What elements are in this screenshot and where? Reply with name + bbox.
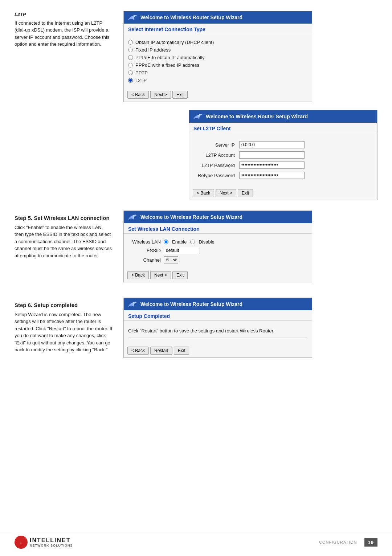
wizard-bird-icon-3 bbox=[127, 213, 138, 221]
step6-description: Step 6. Setup completed Setup Wizard is … bbox=[15, 298, 113, 353]
step5-desc: Click "Enable" to enable the wireless LA… bbox=[15, 224, 113, 259]
channel-select[interactable]: 12345 6789 10111213 bbox=[164, 256, 178, 263]
setup-back-button[interactable]: < Back bbox=[127, 347, 149, 355]
wlan-back-button[interactable]: < Back bbox=[127, 271, 149, 279]
wlan-buttons: < Back Next > Exit bbox=[124, 268, 312, 282]
setup-completed-header: Welcome to Wireless Router Setup Wizard bbox=[124, 298, 312, 310]
retype-password-label: Retype Password bbox=[193, 170, 237, 180]
server-ip-row: Server IP bbox=[193, 140, 373, 150]
setup-completed-wizard-title: Welcome to Wireless Router Setup Wizard bbox=[140, 301, 242, 307]
svg-text:i: i bbox=[20, 541, 22, 544]
essid-input[interactable] bbox=[164, 247, 200, 254]
l2tp-account-cell bbox=[237, 150, 373, 160]
radio-l2tp: L2TP bbox=[128, 77, 307, 84]
step6-row: Step 6. Setup completed Setup Wizard is … bbox=[15, 298, 377, 358]
wizard-bird-icon bbox=[127, 13, 138, 21]
l2tp-account-row: L2TP Account bbox=[193, 150, 373, 160]
step5-row: Step 5. Set Wireless LAN connection Clic… bbox=[15, 210, 377, 282]
server-ip-cell bbox=[237, 140, 373, 150]
radio-fixed-ip-input[interactable] bbox=[128, 48, 133, 52]
connection-type-buttons: < Back Next > Exit bbox=[124, 88, 312, 102]
connection-type-section-title: Select Internet Connection Type bbox=[124, 24, 312, 34]
l2tp-back-button[interactable]: < Back bbox=[193, 189, 214, 197]
page-footer: i INTELLINET NETWORK SOLUTIONS CONFIGURA… bbox=[0, 532, 392, 549]
retype-password-row: Retype Password bbox=[193, 170, 373, 180]
setup-completed-text: Click "Restart" button to save the setti… bbox=[128, 325, 307, 338]
wlan-disable-radio[interactable] bbox=[190, 240, 195, 244]
setup-exit-button[interactable]: Exit bbox=[174, 347, 189, 355]
wlan-next-button[interactable]: Next > bbox=[150, 271, 171, 279]
l2tp-text: If connected to the Internet using an L2… bbox=[15, 20, 113, 48]
wlan-enable-row: Wireless LAN Enable Disable bbox=[128, 238, 307, 246]
server-ip-input[interactable] bbox=[239, 141, 305, 148]
retype-password-input[interactable] bbox=[239, 172, 305, 179]
config-label: CONFIGURATION bbox=[319, 540, 357, 544]
radio-fixed-ip-label: Fixed IP address bbox=[135, 47, 171, 53]
l2tp-description-row: L2TP If connected to the Internet using … bbox=[15, 11, 377, 102]
radio-pppoe-fixed-label: PPPoE with a fixed IP address bbox=[135, 62, 199, 68]
connection-type-header: Welcome to Wireless Router Setup Wizard bbox=[124, 11, 312, 24]
setup-completed-section-title: Setup Completed bbox=[124, 310, 312, 321]
wizard-bird-icon-2 bbox=[193, 113, 203, 120]
radio-pptp: PPTP bbox=[128, 69, 307, 77]
setup-restart-button[interactable]: Restart bbox=[150, 347, 172, 355]
server-ip-label: Server IP bbox=[193, 140, 237, 150]
connection-next-button[interactable]: Next > bbox=[150, 91, 171, 99]
wlan-section-title: Set Wireless LAN Connection bbox=[124, 223, 312, 234]
essid-label: ESSID bbox=[128, 248, 161, 253]
step6-desc: Setup Wizard is now completed. The new s… bbox=[15, 311, 113, 353]
brand-sub: NETWORK SOLUTIONS bbox=[30, 544, 73, 547]
essid-row: ESSID bbox=[128, 246, 307, 255]
l2tp-client-panel: Welcome to Wireless Router Setup Wizard … bbox=[189, 110, 377, 200]
intellinet-logo: i INTELLINET NETWORK SOLUTIONS bbox=[15, 536, 73, 549]
l2tp-next-button[interactable]: Next > bbox=[216, 189, 236, 197]
connection-type-panel: Welcome to Wireless Router Setup Wizard … bbox=[123, 11, 312, 102]
l2tp-client-row: Welcome to Wireless Router Setup Wizard … bbox=[15, 110, 377, 200]
l2tp-form-table: Server IP L2TP Account L2TP Password Ret… bbox=[193, 140, 373, 180]
l2tp-client-section-title: Set L2TP Client bbox=[189, 123, 377, 133]
l2tp-password-label: L2TP Password bbox=[193, 160, 237, 170]
page-number: 19 bbox=[364, 538, 377, 547]
logo-svg: i bbox=[17, 539, 25, 546]
enable-label: Enable bbox=[172, 239, 187, 245]
l2tp-client-body: Server IP L2TP Account L2TP Password Ret… bbox=[189, 135, 377, 186]
connection-type-wizard-title: Welcome to Wireless Router Setup Wizard bbox=[140, 15, 242, 20]
step6-heading: Step 6. Setup completed bbox=[15, 301, 113, 310]
channel-row: Channel 12345 6789 10111213 bbox=[128, 255, 307, 265]
l2tp-exit-button[interactable]: Exit bbox=[238, 189, 253, 197]
l2tp-description: L2TP If connected to the Internet using … bbox=[15, 11, 113, 48]
l2tp-password-row: L2TP Password bbox=[193, 160, 373, 170]
radio-pppoe-fixed-input[interactable] bbox=[128, 63, 133, 68]
radio-l2tp-input[interactable] bbox=[128, 78, 133, 83]
wireless-lan-label: Wireless LAN bbox=[128, 239, 161, 245]
setup-completed-panel: Welcome to Wireless Router Setup Wizard … bbox=[123, 298, 312, 358]
l2tp-password-input[interactable] bbox=[239, 162, 305, 169]
wlan-enable-radio[interactable] bbox=[164, 240, 168, 244]
step5-description: Step 5. Set Wireless LAN connection Clic… bbox=[15, 210, 113, 259]
connection-type-body: Obtain IP automatically (DHCP client) Fi… bbox=[124, 36, 312, 88]
connection-exit-button[interactable]: Exit bbox=[172, 91, 188, 99]
radio-fixed-ip: Fixed IP address bbox=[128, 46, 307, 54]
radio-dhcp-label: Obtain IP automatically (DHCP client) bbox=[135, 40, 214, 45]
step5-heading: Step 5. Set Wireless LAN connection bbox=[15, 214, 113, 222]
wlan-exit-button[interactable]: Exit bbox=[172, 271, 188, 279]
brand-text: INTELLINET NETWORK SOLUTIONS bbox=[30, 537, 73, 547]
l2tp-label: L2TP bbox=[15, 11, 113, 18]
radio-dhcp-input[interactable] bbox=[128, 40, 133, 45]
setup-completed-body: Click "Restart" button to save the setti… bbox=[124, 323, 312, 344]
radio-dhcp: Obtain IP automatically (DHCP client) bbox=[128, 38, 307, 46]
wlan-body: Wireless LAN Enable Disable ESSID Channe… bbox=[124, 236, 312, 268]
wlan-radio-group: Enable Disable bbox=[164, 239, 215, 245]
radio-pppoe-auto: PPPoE to obtain IP automatically bbox=[128, 54, 307, 61]
l2tp-client-wizard-title: Welcome to Wireless Router Setup Wizard bbox=[206, 114, 308, 119]
radio-pppoe-auto-input[interactable] bbox=[128, 55, 133, 60]
disable-label: Disable bbox=[199, 239, 214, 245]
wlan-panel: Welcome to Wireless Router Setup Wizard … bbox=[123, 210, 312, 282]
l2tp-password-cell bbox=[237, 160, 373, 170]
footer-right: CONFIGURATION 19 bbox=[319, 538, 377, 547]
l2tp-account-input[interactable] bbox=[239, 151, 305, 159]
radio-pppoe-fixed: PPPoE with a fixed IP address bbox=[128, 61, 307, 69]
l2tp-client-buttons: < Back Next > Exit bbox=[189, 186, 377, 200]
connection-back-button[interactable]: < Back bbox=[127, 91, 149, 99]
radio-pptp-input[interactable] bbox=[128, 70, 133, 75]
